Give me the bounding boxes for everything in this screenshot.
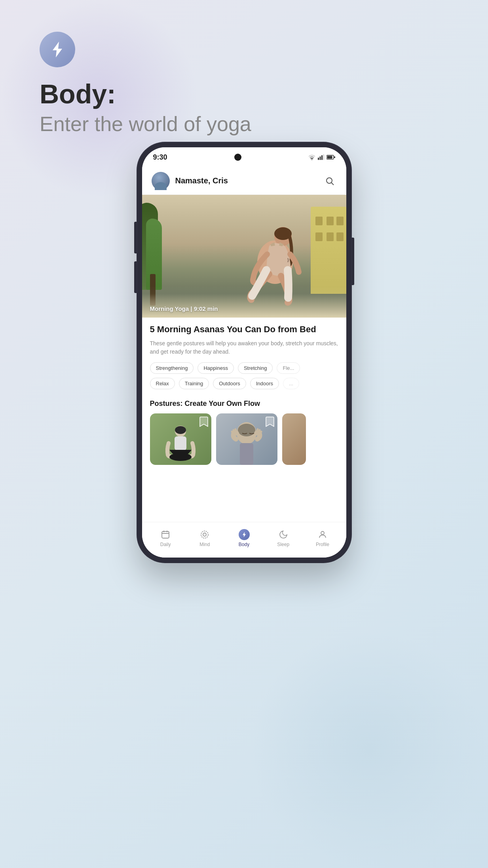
nav-item-sleep[interactable]: Sleep [264, 529, 303, 547]
tag-flexibility[interactable]: Fle... [277, 362, 300, 374]
status-icons [308, 154, 335, 160]
tag-happiness[interactable]: Happiness [197, 362, 234, 374]
svg-line-10 [331, 183, 334, 185]
hero-label: Morning Yoga | 9:02 min [150, 305, 218, 312]
phone-screen: 9:30 [142, 147, 346, 558]
posture-card-2[interactable] [216, 413, 277, 465]
hero-overlay [142, 286, 346, 318]
nav-label-profile: Profile [316, 542, 329, 547]
status-time: 9:30 [153, 153, 167, 162]
battery-icon [327, 155, 335, 160]
nav-item-mind[interactable]: Mind [185, 529, 224, 547]
tag-relax[interactable]: Relax [150, 378, 175, 389]
svg-rect-8 [334, 156, 335, 158]
app-logo [40, 32, 75, 67]
postures-section-title: Postures: Create Your Own Flow [150, 400, 338, 408]
avatar [152, 172, 170, 190]
signal-icon [318, 154, 324, 160]
wifi-icon [308, 154, 315, 160]
svg-point-19 [238, 424, 255, 436]
bg-decoration-right [251, 630, 488, 868]
posture-card-3[interactable] [282, 413, 306, 465]
postures-section: Postures: Create Your Own Flow [142, 393, 346, 465]
svg-rect-20 [240, 443, 253, 465]
svg-rect-5 [323, 154, 324, 160]
posture-card-1[interactable] [150, 413, 211, 465]
body-bolt-icon [239, 529, 250, 540]
phone-outer-shell: 9:30 [137, 143, 351, 562]
svg-point-26 [201, 531, 208, 538]
svg-rect-4 [321, 155, 323, 160]
header-section: Body: Enter the world of yoga [40, 32, 251, 136]
svg-point-13 [274, 227, 292, 240]
svg-rect-3 [319, 156, 321, 160]
status-bar: 9:30 [142, 147, 346, 167]
nav-label-daily: Daily [160, 542, 171, 547]
page-subtitle: Enter the world of yoga [40, 112, 251, 136]
svg-point-25 [203, 533, 206, 536]
tag-outdoors[interactable]: Outdoors [213, 378, 246, 389]
article-title: 5 Morning Asanas You Can Do from Bed [150, 324, 338, 335]
bolt-icon [48, 40, 67, 59]
nav-label-sleep: Sleep [277, 542, 289, 547]
nav-item-daily[interactable]: Daily [146, 529, 185, 547]
calendar-icon [160, 529, 171, 540]
card-person-1 [161, 421, 200, 465]
svg-marker-0 [53, 42, 62, 57]
app-header: Namaste, Cris [142, 167, 346, 195]
tag-stretching[interactable]: Stretching [238, 362, 273, 374]
svg-rect-7 [327, 156, 332, 159]
svg-marker-27 [243, 532, 246, 537]
phone-mockup: 9:30 [137, 143, 351, 562]
svg-rect-2 [318, 158, 319, 160]
tag-strengthening[interactable]: Strengthening [150, 362, 194, 374]
svg-point-15 [175, 426, 186, 434]
search-button[interactable] [323, 174, 337, 188]
nav-label-mind: Mind [199, 542, 210, 547]
mind-icon [199, 529, 210, 540]
search-icon [325, 176, 334, 186]
nav-item-body[interactable]: Body [224, 529, 264, 547]
svg-point-1 [311, 160, 312, 160]
postures-grid [150, 413, 338, 465]
bottom-navigation: Daily Mind [142, 522, 346, 558]
tag-more[interactable]: ... [283, 378, 299, 389]
svg-point-9 [327, 178, 332, 183]
profile-icon [317, 529, 328, 540]
svg-rect-16 [175, 436, 186, 450]
tag-training[interactable]: Training [179, 378, 209, 389]
bookmark-icon-1[interactable] [199, 417, 208, 427]
svg-rect-21 [162, 531, 169, 538]
article-description: These gentle postures will help you awak… [150, 339, 338, 356]
card-person-2 [225, 417, 268, 465]
tags-row-2: Relax Training Outdoors Indoors ... [150, 378, 338, 389]
tag-indoors[interactable]: Indoors [250, 378, 279, 389]
front-camera [234, 154, 241, 161]
page-title: Body: [40, 79, 251, 109]
nav-item-profile[interactable]: Profile [303, 529, 342, 547]
content-section: 5 Morning Asanas You Can Do from Bed The… [142, 318, 346, 389]
user-info: Namaste, Cris [152, 172, 228, 190]
greeting-text: Namaste, Cris [175, 176, 228, 185]
tags-row-1: Strengthening Happiness Stretching Fle..… [150, 362, 338, 374]
svg-point-28 [321, 531, 324, 535]
hero-image: Morning Yoga | 9:02 min [142, 195, 346, 318]
nav-label-body: Body [239, 542, 249, 547]
sleep-icon [278, 529, 289, 540]
